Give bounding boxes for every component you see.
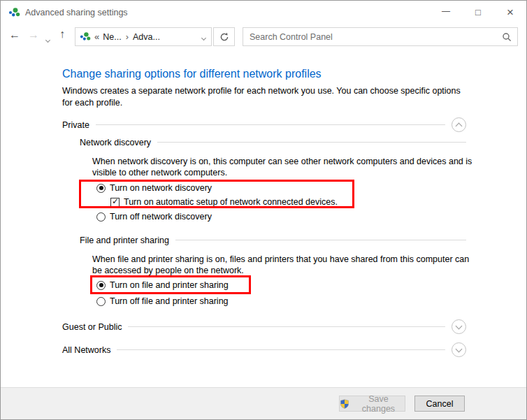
recent-pages-button[interactable]: [46, 34, 50, 44]
divider: [175, 240, 466, 240]
breadcrumb-network[interactable]: Ne...: [101, 32, 122, 42]
breadcrumb-separator-icon: ›: [126, 31, 129, 42]
chevron-down-icon: [456, 322, 463, 329]
chevron-up-icon: [456, 123, 463, 130]
search-input[interactable]: [243, 28, 517, 45]
section-private: Private: [62, 117, 466, 132]
radio-turn-off-network-discovery[interactable]: [96, 212, 106, 222]
refresh-icon: [219, 32, 229, 42]
cancel-label: Cancel: [426, 399, 454, 409]
window-controls: — □ ×: [430, 1, 526, 24]
radio-turn-off-file-printer-sharing[interactable]: [96, 297, 106, 306]
cancel-button[interactable]: Cancel: [414, 396, 465, 412]
back-button[interactable]: ←: [9, 29, 20, 41]
subsection-file-printer-sharing: File and printer sharing: [80, 233, 466, 247]
navigation-bar: ← → ↑ « Ne... › Adva...: [1, 24, 526, 50]
radio-turn-on-network-discovery[interactable]: [96, 184, 106, 193]
expand-all-networks-button[interactable]: [452, 342, 466, 357]
search-box: [243, 27, 518, 46]
file-printer-sharing-title: File and printer sharing: [80, 236, 169, 245]
refresh-button[interactable]: [213, 27, 235, 46]
address-sharing-icon: [80, 31, 91, 42]
file-printer-sharing-description: When file and printer sharing is on, fil…: [92, 254, 473, 276]
divider: [128, 326, 445, 327]
minimize-icon: —: [442, 6, 450, 16]
address-dropdown-button[interactable]: [202, 31, 205, 42]
save-changes-label: Save changes: [352, 394, 405, 414]
maximize-button[interactable]: □: [462, 1, 494, 24]
address-bar[interactable]: « Ne... › Adva...: [75, 27, 212, 46]
page-title: Change sharing options for different net…: [62, 68, 322, 80]
section-private-label: Private: [62, 120, 89, 130]
option-turn-off-file-printer-sharing[interactable]: Turn off file and printer sharing: [96, 296, 229, 307]
forward-button[interactable]: →: [28, 29, 39, 41]
option-turn-off-network-discovery[interactable]: Turn off network discovery: [96, 211, 212, 222]
subsection-network-discovery: Network discovery: [80, 135, 466, 150]
back-arrow-icon: ←: [9, 29, 20, 41]
section-all-networks-label: All Networks: [62, 345, 110, 355]
section-all-networks: All Networks: [62, 342, 466, 357]
section-guest-or-public: Guest or Public: [62, 319, 466, 334]
page-intro-text: Windows creates a separate network profi…: [62, 85, 466, 108]
option-turn-on-file-printer-sharing[interactable]: Turn on file and printer sharing: [96, 280, 229, 291]
minimize-button[interactable]: —: [430, 1, 462, 24]
radio-turn-on-file-printer-sharing[interactable]: [96, 281, 106, 290]
chevron-down-icon: [45, 38, 50, 43]
save-changes-button[interactable]: Save changes: [339, 396, 405, 412]
chevron-down-icon: [201, 36, 206, 41]
collapse-private-button[interactable]: [452, 117, 466, 132]
option-turn-on-network-discovery[interactable]: Turn on network discovery: [96, 182, 212, 194]
divider: [96, 124, 445, 125]
network-discovery-description: When network discovery is on, this compu…: [92, 156, 481, 178]
checkbox-auto-setup-devices[interactable]: [110, 198, 120, 207]
footer-bar: Save changes Cancel: [1, 387, 526, 419]
divider: [117, 349, 445, 350]
up-arrow-icon: ↑: [59, 28, 65, 40]
divider: [157, 142, 466, 143]
window-title: Advanced sharing settings: [25, 8, 128, 17]
network-discovery-title: Network discovery: [80, 138, 151, 147]
chevron-down-icon: [456, 345, 463, 352]
breadcrumb-overflow-icon[interactable]: «: [94, 31, 99, 42]
expand-guest-or-public-button[interactable]: [452, 319, 466, 334]
sharing-app-icon: [8, 7, 20, 18]
title-bar: Advanced sharing settings — □ ×: [1, 1, 526, 24]
maximize-icon: □: [475, 7, 481, 17]
search-icon[interactable]: [502, 32, 512, 42]
close-button[interactable]: ×: [494, 1, 526, 24]
close-icon: ×: [507, 6, 514, 20]
up-button[interactable]: ↑: [59, 28, 65, 41]
breadcrumb-advanced-sharing[interactable]: Adva...: [131, 32, 161, 42]
advanced-sharing-settings-window: Advanced sharing settings — □ × ← → ↑ « …: [0, 0, 527, 420]
section-guest-or-public-label: Guest or Public: [62, 322, 122, 332]
option-auto-setup-devices[interactable]: Turn on automatic setup of network conne…: [110, 196, 338, 208]
uac-shield-icon: [340, 399, 349, 409]
forward-arrow-icon: →: [28, 29, 39, 41]
